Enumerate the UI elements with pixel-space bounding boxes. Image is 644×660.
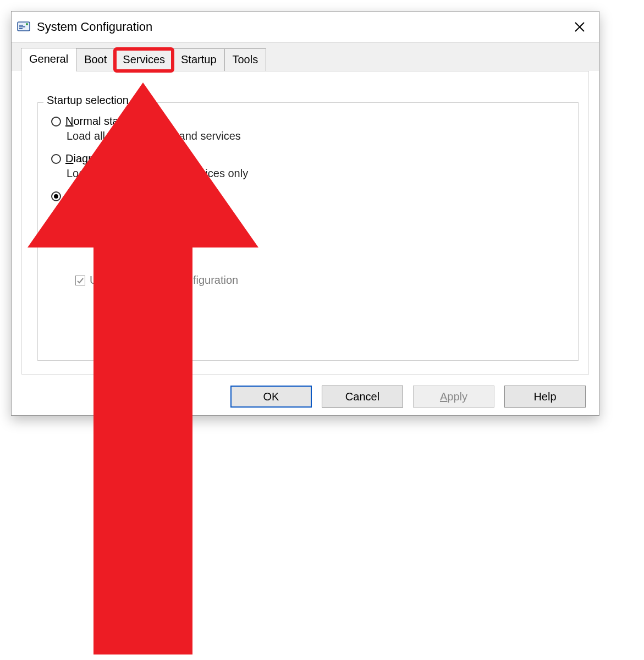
tab-tools[interactable]: Tools	[224, 48, 267, 72]
radio-selective[interactable]	[51, 191, 61, 201]
checkbox-boot-config	[75, 276, 85, 285]
tab-services[interactable]: Services	[114, 48, 173, 72]
startup-selection-group: Startup selection Normal startup Load al…	[37, 102, 579, 361]
option-diagnostic-startup[interactable]: Diagnostic startup Load basic devices an…	[51, 152, 565, 180]
svg-rect-1	[19, 25, 23, 26]
close-button[interactable]	[566, 20, 593, 34]
option-normal-desc: Load all device drivers and services	[67, 130, 565, 142]
use-original-boot-config: Use original boot configuration	[75, 274, 565, 287]
group-legend: Startup selection	[43, 94, 132, 107]
checkmark-icon	[76, 277, 84, 284]
tabstrip: General Boot Services Startup Tools	[12, 42, 599, 71]
help-button[interactable]: Help	[504, 386, 586, 408]
svg-rect-3	[19, 28, 23, 29]
titlebar: System Configuration	[12, 12, 599, 42]
option-diagnostic-label: Diagnostic startup	[65, 152, 153, 165]
svg-point-4	[26, 23, 28, 25]
radio-normal[interactable]	[51, 117, 61, 127]
option-selective-label: Selective startup	[65, 190, 147, 202]
option-diagnostic-desc: Load basic devices and services only	[67, 167, 565, 180]
msconfig-icon	[17, 20, 30, 34]
ok-button[interactable]: OK	[230, 386, 312, 408]
window-title: System Configuration	[37, 20, 566, 34]
svg-rect-2	[19, 26, 25, 28]
option-normal-label: Normal startup	[65, 115, 137, 128]
option-normal-startup[interactable]: Normal startup Load all device drivers a…	[51, 115, 565, 142]
tab-panel-general: Startup selection Normal startup Load al…	[21, 71, 589, 375]
close-icon	[575, 22, 585, 32]
radio-diagnostic[interactable]	[51, 154, 61, 164]
tab-startup[interactable]: Startup	[173, 48, 224, 72]
dialog-button-row: OK Cancel Apply Help	[230, 386, 586, 408]
option-selective-startup[interactable]: Selective startup	[51, 190, 565, 202]
cancel-button[interactable]: Cancel	[322, 386, 403, 408]
tab-general[interactable]: General	[21, 48, 76, 72]
tab-boot[interactable]: Boot	[76, 48, 115, 72]
apply-button: Apply	[413, 386, 494, 408]
system-configuration-dialog: System Configuration General Boot Servic…	[11, 11, 599, 416]
boot-config-label: Use original boot configuration	[90, 274, 238, 287]
